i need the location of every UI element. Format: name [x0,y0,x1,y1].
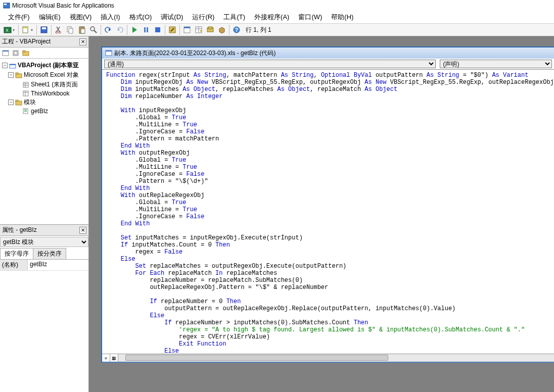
close-icon[interactable]: ✕ [79,38,86,45]
object-combo[interactable]: (通用) [104,60,436,68]
mdi-area: 副本. 来路页面(2022-03-01至2022-03-03).xls - ge… [89,36,554,392]
svg-rect-48 [16,100,18,102]
object-browser-icon[interactable] [205,24,216,35]
copy-icon[interactable] [65,24,76,35]
procedure-combo[interactable]: (声明) [440,60,552,68]
module-getbiz-node[interactable]: getBIz [31,108,48,115]
svg-rect-18 [147,27,148,32]
svg-rect-37 [10,64,16,65]
svg-rect-1 [4,4,7,5]
close-icon[interactable]: ✕ [79,227,86,234]
paste-icon[interactable] [76,24,87,35]
svg-rect-35 [23,51,25,52]
workbook-icon [22,90,29,96]
svg-rect-31 [3,51,9,52]
cursor-position: 行 1, 列 1 [246,26,271,34]
property-grid[interactable]: (名称) getBIz [0,260,88,271]
break-icon[interactable] [141,24,152,35]
tab-categorized[interactable]: 按分类序 [33,248,66,259]
menu-debug[interactable]: 调试(D) [157,12,187,23]
menu-tools[interactable]: 工具(T) [219,12,249,23]
code-editor[interactable]: Function regex(strInput As String, match… [102,70,554,354]
menu-window[interactable]: 窗口(W) [294,12,326,23]
cut-icon[interactable] [53,24,64,35]
svg-rect-7 [42,27,46,29]
view-object-icon[interactable] [11,48,20,58]
menu-format[interactable]: 格式(O) [125,12,156,23]
dropdown-icon[interactable]: ▾ [31,28,35,32]
reset-icon[interactable] [152,24,163,35]
toolbar: X▾ ▾ ? 行 1, 列 1 [0,23,554,36]
toggle-folders-icon[interactable] [21,48,30,58]
sheet1-node[interactable]: Sheet1 (来路页面 [31,80,78,89]
procedure-view-icon[interactable]: ≡ [102,354,110,362]
redo-icon[interactable] [114,24,125,35]
full-module-view-icon[interactable]: ▦ [110,354,118,362]
app-title: Microsoft Visual Basic for Applications [12,2,114,9]
svg-line-16 [94,30,97,33]
svg-text:?: ? [235,27,238,33]
undo-icon[interactable] [103,24,114,35]
view-code-icon[interactable] [1,48,10,58]
svg-point-15 [90,27,95,31]
object-selector[interactable]: getBIz 模块 [0,237,88,247]
help-icon[interactable]: ? [231,24,242,35]
svg-rect-5 [23,27,27,28]
svg-text:X: X [6,28,9,33]
prop-name-label: (名称) [0,260,28,270]
code-window: 副本. 来路页面(2022-03-01至2022-03-03).xls - ge… [101,46,554,363]
svg-rect-33 [14,52,17,55]
svg-rect-22 [184,27,190,28]
horizontal-scrollbar[interactable] [118,354,554,362]
svg-rect-27 [208,27,212,29]
toolbox-icon[interactable] [216,24,227,35]
properties-pane-title: 属性 - getBIz ✕ [0,225,88,236]
svg-rect-54 [106,51,112,52]
properties-window-icon[interactable] [193,24,204,35]
run-icon[interactable] [129,24,140,35]
menu-insert[interactable]: 插入(I) [97,12,124,23]
find-icon[interactable] [88,24,99,35]
property-tabs: 按字母序 按分类序 [0,248,88,260]
svg-rect-14 [81,29,85,33]
project-tree[interactable]: −VBAProject (副本章亚 −Microsoft Excel 对象 Sh… [0,59,88,205]
design-mode-icon[interactable] [167,24,178,35]
save-icon[interactable] [38,24,50,35]
svg-rect-17 [144,27,146,32]
expand-icon[interactable]: − [8,72,14,78]
project-pane-title: 工程 - VBAProject ✕ [0,36,88,47]
code-window-footer: ≡ ▦ [102,354,554,362]
menu-file[interactable]: 文件(F) [4,12,34,23]
menu-edit[interactable]: 编辑(E) [35,12,65,23]
menu-run[interactable]: 运行(R) [188,12,218,23]
svg-rect-11 [69,28,73,33]
svg-rect-44 [23,91,28,96]
modules-node[interactable]: 模块 [24,98,36,107]
sheet-icon [22,82,29,88]
menu-addins[interactable]: 外接程序(A) [250,12,293,23]
insert-module-icon[interactable] [20,24,31,35]
prop-name-value[interactable]: getBIz [28,260,88,270]
dropdown-icon[interactable]: ▾ [13,28,17,32]
app-icon [3,2,10,9]
view-excel-icon[interactable]: X [2,24,13,35]
project-node[interactable]: VBAProject (副本章亚 [18,61,79,70]
module-icon [22,108,29,114]
thisworkbook-node[interactable]: ThisWorkbook [31,90,69,97]
expand-icon[interactable]: − [8,100,14,105]
svg-rect-19 [155,27,160,32]
folder-icon [15,72,22,78]
svg-rect-13 [80,26,83,28]
code-window-title[interactable]: 副本. 来路页面(2022-03-01至2022-03-03).xls - ge… [102,47,554,59]
tab-alphabetic[interactable]: 按字母序 [0,248,33,259]
folder-icon [15,100,22,106]
expand-icon[interactable]: − [2,63,8,68]
menu-help[interactable]: 帮助(H) [327,12,357,23]
svg-rect-40 [23,82,28,87]
project-toolbar [0,47,88,59]
excel-objects-node[interactable]: Microsoft Excel 对象 [24,71,79,79]
menu-view[interactable]: 视图(V) [66,12,96,23]
project-icon [9,63,16,69]
project-explorer-icon[interactable] [181,24,193,35]
titlebar: Microsoft Visual Basic for Applications [0,0,554,11]
